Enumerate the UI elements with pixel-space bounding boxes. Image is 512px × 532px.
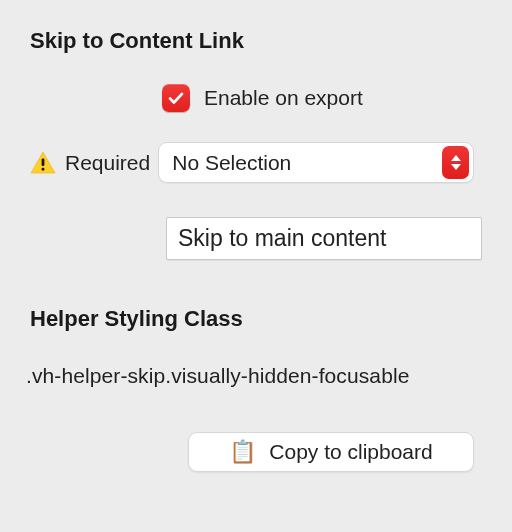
copy-to-clipboard-button[interactable]: 📋 Copy to clipboard — [188, 432, 474, 472]
row-copy: 📋 Copy to clipboard — [0, 432, 512, 472]
skip-link-text-input[interactable] — [166, 217, 482, 260]
row-skip-text — [0, 217, 512, 260]
row-enable-export: Enable on export — [0, 84, 512, 112]
enable-export-checkbox[interactable] — [162, 84, 190, 112]
svg-rect-1 — [42, 168, 45, 171]
copy-button-label: Copy to clipboard — [269, 440, 432, 464]
row-required: Required No Selection — [0, 142, 512, 183]
select-stepper-icon — [442, 146, 469, 179]
required-select[interactable]: No Selection — [158, 142, 474, 183]
required-label: Required — [65, 151, 150, 175]
svg-rect-0 — [42, 159, 45, 167]
warning-icon — [30, 151, 56, 174]
chevron-up-icon — [451, 155, 461, 161]
section-title-skip-link: Skip to Content Link — [0, 0, 512, 54]
clipboard-icon: 📋 — [229, 441, 256, 463]
chevron-down-icon — [451, 164, 461, 170]
helper-class-text: .vh-helper-skip.visually-hidden-focusabl… — [0, 332, 512, 388]
section-title-helper-class: Helper Styling Class — [0, 260, 512, 332]
check-icon — [167, 89, 185, 107]
required-select-value: No Selection — [172, 151, 291, 175]
enable-export-label: Enable on export — [204, 86, 363, 110]
